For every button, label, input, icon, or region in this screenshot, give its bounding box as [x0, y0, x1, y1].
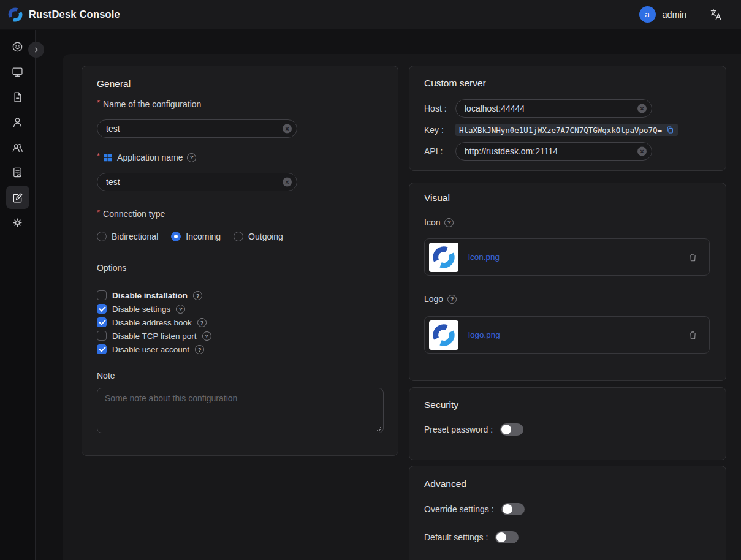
clear-icon[interactable] [637, 104, 647, 113]
document-icon [11, 91, 24, 104]
logo-file-link[interactable]: logo.png [468, 330, 500, 339]
rustdesk-logo-icon [431, 245, 456, 270]
note-field [97, 388, 384, 436]
user-group-icon [11, 141, 24, 154]
avatar-initial: a [645, 10, 650, 19]
checkbox[interactable] [97, 304, 107, 314]
sidebar-expand-button[interactable] [28, 42, 44, 58]
checkbox[interactable] [97, 317, 107, 327]
host-field [455, 99, 652, 118]
help-icon[interactable] [176, 305, 185, 314]
key-label: Key : [424, 125, 455, 135]
preset-password-toggle[interactable] [500, 423, 523, 436]
logo-upload-row: logo.png [424, 316, 710, 354]
connection-type-label: * Connection type [97, 209, 383, 219]
api-field [455, 142, 652, 161]
clear-icon[interactable] [637, 147, 647, 156]
default-settings-toggle[interactable] [495, 531, 519, 543]
required-asterisk: * [97, 98, 100, 108]
config-name-input[interactable] [97, 119, 297, 138]
chevron-right-icon [32, 45, 41, 55]
application-name-field [97, 173, 297, 191]
radio-icon[interactable] [234, 232, 243, 241]
user-avatar[interactable]: a [639, 6, 656, 23]
sidebar-item-console[interactable] [6, 35, 29, 58]
advanced-title: Advanced [424, 479, 711, 489]
api-row: API : [424, 142, 711, 161]
app-title: RustDesk Console [29, 9, 120, 20]
sidebar-item-custom-clients[interactable] [6, 186, 29, 209]
help-icon[interactable] [193, 291, 202, 300]
checkbox[interactable] [97, 290, 107, 300]
config-name-label: * Name of the configuration [97, 99, 383, 109]
sidebar-item-settings[interactable] [6, 211, 29, 234]
general-card: General * Name of the configuration * Ap… [82, 66, 398, 456]
trash-icon[interactable] [688, 252, 698, 263]
topbar: RustDesk Console a admin [0, 0, 741, 29]
radio-icon[interactable] [97, 232, 107, 241]
advanced-card: Advanced Override settings : Default set… [409, 466, 726, 560]
security-title: Security [424, 400, 711, 410]
key-value: HtaXBkJNHyn0e1U1jWXze7A7CN7QTGWqxkOtpaVp… [455, 124, 678, 136]
radio-incoming[interactable]: Incoming [171, 232, 221, 241]
visual-title: Visual [424, 193, 711, 203]
sidebar-item-devices[interactable] [6, 60, 29, 83]
option-disable-address-book: Disable address book [97, 316, 383, 329]
user-name[interactable]: admin [663, 10, 687, 20]
clear-icon[interactable] [283, 178, 292, 187]
checkbox[interactable] [97, 331, 107, 341]
trash-icon[interactable] [688, 330, 698, 341]
connection-type-group: Bidirectional Incoming Outgoing [97, 231, 383, 241]
sidebar-item-address-books[interactable] [6, 161, 29, 184]
radio-outgoing[interactable]: Outgoing [234, 232, 283, 241]
radio-icon[interactable] [171, 232, 181, 241]
content-panel: General * Name of the configuration * Ap… [63, 54, 741, 560]
api-label: API : [424, 146, 455, 156]
sidebar [0, 30, 36, 560]
brand: RustDesk Console [0, 7, 120, 23]
icon-file-link[interactable]: icon.png [468, 252, 500, 262]
option-disable-installation: Disable installation [97, 289, 383, 302]
checkbox[interactable] [97, 344, 107, 354]
edit-icon [11, 191, 24, 204]
visual-card: Visual Icon icon.png Logo [409, 183, 726, 381]
logo-label: Logo [424, 294, 711, 304]
help-icon[interactable] [444, 218, 454, 227]
api-input[interactable] [455, 142, 652, 161]
document-user-icon [11, 166, 24, 179]
logo-thumbnail [429, 320, 458, 350]
radio-bidirectional[interactable]: Bidirectional [97, 232, 158, 241]
override-settings-row: Override settings : [424, 503, 711, 515]
sidebar-item-users[interactable] [6, 110, 29, 134]
help-icon[interactable] [195, 345, 204, 354]
gear-icon [11, 216, 24, 229]
help-icon[interactable] [447, 295, 457, 304]
required-asterisk: * [97, 208, 100, 218]
general-title: General [97, 79, 383, 89]
help-icon[interactable] [197, 318, 207, 327]
help-icon[interactable] [202, 331, 211, 341]
help-icon[interactable] [187, 153, 196, 162]
host-input[interactable] [455, 99, 652, 118]
rustdesk-logo-icon [7, 7, 23, 23]
sidebar-item-audit[interactable] [6, 85, 29, 108]
custom-server-title: Custom server [424, 78, 711, 88]
note-label: Note [97, 371, 383, 380]
application-name-input[interactable] [97, 173, 297, 191]
config-name-field [97, 119, 297, 138]
copy-icon[interactable] [666, 126, 674, 134]
translate-icon[interactable] [709, 8, 723, 21]
preset-password-row: Preset password : [424, 423, 711, 436]
icon-thumbnail [429, 243, 458, 272]
sidebar-item-groups[interactable] [6, 135, 29, 159]
required-asterisk: * [97, 151, 100, 161]
override-settings-toggle[interactable] [501, 503, 525, 515]
options-label: Options [97, 263, 383, 273]
resize-handle[interactable] [376, 426, 381, 431]
note-textarea[interactable] [97, 388, 384, 433]
options-group: Disable installation Disable settings Di… [97, 289, 383, 356]
default-settings-label: Default settings : [424, 532, 488, 542]
clear-icon[interactable] [283, 124, 292, 134]
preset-password-label: Preset password : [424, 425, 493, 434]
security-card: Security Preset password : [409, 387, 726, 460]
